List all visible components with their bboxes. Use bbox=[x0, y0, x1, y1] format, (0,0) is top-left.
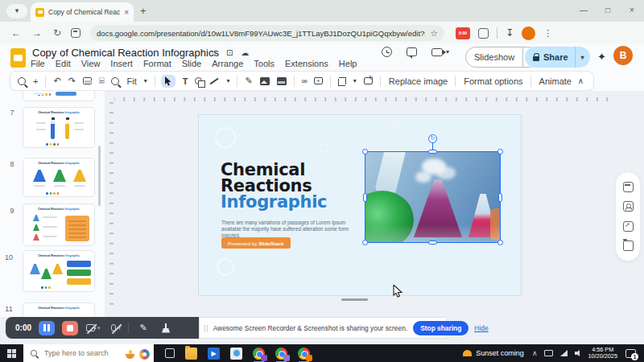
display-tray-icon[interactable] bbox=[544, 350, 553, 356]
new-tab-button[interactable]: + bbox=[140, 5, 147, 17]
menu-insert[interactable]: Insert bbox=[110, 59, 133, 68]
collapse-toolbar-icon[interactable]: ∧ bbox=[578, 76, 584, 85]
recorder-eraser-tool[interactable] bbox=[158, 320, 174, 335]
paint-format-icon[interactable]: ⌸ bbox=[99, 76, 105, 86]
menu-edit[interactable]: Edit bbox=[56, 59, 71, 68]
extensions-puzzle-icon[interactable] bbox=[478, 28, 489, 39]
insert-link-icon[interactable]: ∞ bbox=[302, 76, 307, 85]
volume-tray-icon[interactable] bbox=[575, 350, 580, 356]
shapes-tool-icon[interactable] bbox=[195, 77, 202, 84]
replace-image-button[interactable]: Replace image bbox=[389, 76, 448, 86]
slide-thumbnail-6[interactable] bbox=[23, 91, 95, 101]
menu-extensions[interactable]: Extensions bbox=[285, 59, 328, 68]
move-folder-icon[interactable]: ⊡ bbox=[226, 48, 233, 57]
network-tray-icon[interactable] bbox=[560, 350, 568, 356]
photos-app-icon[interactable] bbox=[230, 348, 242, 360]
textbox-tool-icon[interactable]: T bbox=[183, 76, 188, 86]
pen-icon[interactable]: ✎ bbox=[245, 76, 252, 86]
zoom-add-icon[interactable]: + bbox=[33, 76, 38, 86]
line-tool-icon[interactable] bbox=[210, 77, 219, 84]
canvas-horizontal-scrollbar[interactable] bbox=[341, 298, 368, 301]
browser-profile-avatar[interactable] bbox=[522, 27, 535, 40]
chrome-icon-1[interactable] bbox=[253, 348, 265, 360]
fit-zoom-select[interactable]: Fit bbox=[126, 76, 136, 86]
maximize-button[interactable]: □ bbox=[596, 0, 620, 21]
bookmark-star-icon[interactable]: ☆ bbox=[430, 28, 438, 39]
browser-menu-icon[interactable]: ⋮ bbox=[543, 28, 552, 39]
mask-dropdown-icon[interactable]: ▾ bbox=[353, 77, 357, 84]
comments-icon[interactable] bbox=[407, 47, 417, 56]
tab-group-icon[interactable] bbox=[71, 28, 80, 38]
back-button[interactable]: ← bbox=[11, 27, 21, 39]
zoom-icon[interactable] bbox=[111, 77, 119, 85]
filmstrip-scrollbar[interactable] bbox=[98, 146, 101, 206]
menu-file[interactable]: File bbox=[31, 59, 45, 68]
fit-dropdown-icon[interactable]: ▾ bbox=[144, 77, 147, 84]
menu-help[interactable]: Help bbox=[339, 59, 357, 68]
undo-icon[interactable]: ↶ bbox=[53, 76, 60, 86]
slide-thumbnail-7[interactable]: Chemical Reactions Infographic bbox=[23, 107, 95, 148]
animate-button[interactable]: Animate bbox=[539, 76, 572, 86]
reload-button[interactable]: ↻ bbox=[53, 27, 61, 39]
search-menus-icon[interactable] bbox=[18, 77, 26, 85]
presented-by-button[interactable]: Presented by SlideStack bbox=[221, 237, 291, 249]
contacts-icon[interactable] bbox=[623, 201, 634, 212]
menu-view[interactable]: View bbox=[81, 59, 101, 68]
browser-tab[interactable]: Copy of Chemical Reaction Info × bbox=[31, 2, 134, 22]
star-document-icon[interactable]: ☆ bbox=[211, 48, 218, 57]
search-input[interactable] bbox=[44, 349, 121, 357]
task-view-icon[interactable] bbox=[165, 348, 175, 358]
start-button[interactable] bbox=[7, 349, 16, 358]
maps-icon[interactable] bbox=[623, 221, 634, 232]
slide-thumbnail-10[interactable]: Chemical Reactions Infographic bbox=[23, 250, 95, 292]
address-bar[interactable]: docs.google.com/presentation/d/10w1LV8mF… bbox=[90, 25, 444, 41]
drag-handle-icon[interactable]: || bbox=[204, 324, 209, 332]
redo-icon[interactable]: ↷ bbox=[68, 76, 76, 86]
tab-search-button[interactable]: ▾ bbox=[6, 4, 27, 19]
close-button[interactable]: × bbox=[620, 0, 644, 21]
recorder-pen-tool[interactable]: ✎ bbox=[135, 320, 151, 335]
calendar-icon[interactable] bbox=[623, 182, 634, 192]
pause-recording-button[interactable] bbox=[39, 321, 55, 335]
gemini-icon[interactable]: ✦ bbox=[597, 51, 606, 63]
menu-format[interactable]: Format bbox=[143, 59, 171, 68]
line-dropdown-icon[interactable]: ▾ bbox=[226, 77, 229, 84]
hide-link[interactable]: Hide bbox=[474, 324, 488, 332]
slide-thumbnail-11[interactable]: Chemical Reactions Infographic bbox=[23, 302, 95, 317]
slide-body-text[interactable]: There are many variations of passages of… bbox=[221, 220, 357, 239]
rotate-handle[interactable]: ↻ bbox=[428, 134, 437, 143]
slides-logo[interactable] bbox=[10, 48, 26, 68]
tab-close-icon[interactable]: × bbox=[124, 8, 129, 17]
file-explorer-icon[interactable] bbox=[185, 348, 197, 360]
movies-app-icon[interactable]: ▶ bbox=[208, 348, 220, 360]
slide-image-flasks[interactable] bbox=[365, 152, 500, 242]
meet-button[interactable]: ▾ bbox=[431, 48, 449, 56]
slide-thumbnail-9[interactable]: Chemical Reactions Infographic bbox=[23, 204, 95, 246]
replace-image-icon[interactable] bbox=[364, 77, 373, 84]
microphone-off-icon[interactable] bbox=[111, 324, 116, 331]
tray-expand-icon[interactable]: ∧ bbox=[532, 349, 538, 357]
stop-sharing-button[interactable]: Stop sharing bbox=[413, 321, 469, 335]
add-comment-icon[interactable]: + bbox=[314, 77, 323, 84]
action-center-icon[interactable]: 1 bbox=[625, 349, 636, 358]
stop-recording-button[interactable] bbox=[62, 321, 78, 335]
screen-recorder-extension-icon[interactable]: 0:00 bbox=[456, 27, 470, 39]
forward-button[interactable]: → bbox=[32, 27, 42, 39]
format-options-button[interactable]: Format options bbox=[464, 76, 522, 86]
slide-thumbnail-8[interactable]: Chemical Reactions Infographic bbox=[23, 158, 95, 197]
url-text[interactable]: docs.google.com/presentation/d/10w1LV8mF… bbox=[97, 29, 425, 38]
share-button[interactable]: Share ▾ bbox=[525, 47, 590, 68]
share-dropdown[interactable]: ▾ bbox=[575, 47, 590, 68]
weather-widget[interactable]: Sunset coming bbox=[463, 349, 524, 357]
slide-canvas[interactable]: Chemical Reactions Infographic There are… bbox=[198, 114, 522, 296]
taskbar-search[interactable] bbox=[23, 344, 154, 362]
select-tool[interactable] bbox=[161, 75, 175, 88]
menu-tools[interactable]: Tools bbox=[254, 59, 275, 68]
camera-dropdown-icon[interactable]: ▾ bbox=[97, 325, 101, 331]
slide-title[interactable]: Chemical Reactions Infographic bbox=[221, 162, 327, 210]
menu-slide[interactable]: Slide bbox=[182, 59, 201, 68]
downloads-icon[interactable]: ↧ bbox=[506, 27, 514, 39]
crop-image-icon[interactable] bbox=[338, 77, 346, 85]
account-avatar[interactable]: B bbox=[613, 46, 633, 65]
folder-icon[interactable] bbox=[623, 241, 634, 251]
